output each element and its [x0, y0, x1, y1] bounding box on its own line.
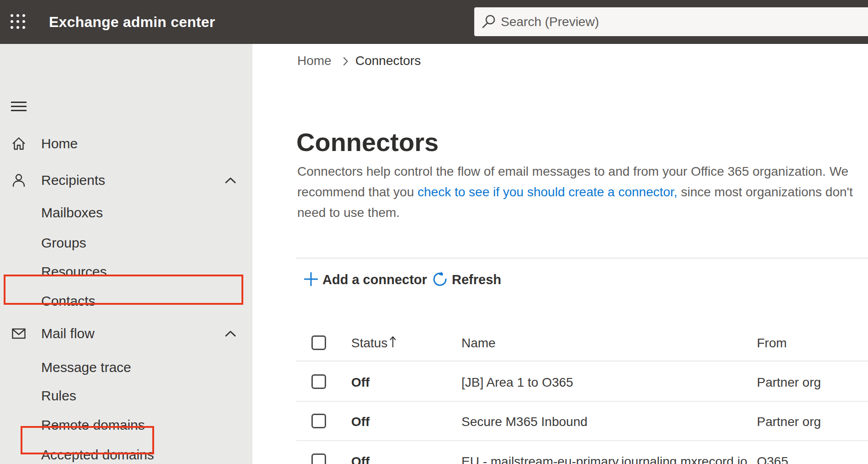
home-icon: [11, 136, 27, 151]
sidebar-item-label: Recipients: [41, 166, 105, 195]
sidebar-item-label: Rules: [41, 381, 76, 410]
table-header-row: Status Name From: [296, 325, 868, 361]
sidebar-item-accepted-domains[interactable]: Accepted domains: [0, 440, 252, 464]
sidebar-item-mailboxes[interactable]: Mailboxes: [0, 198, 252, 227]
refresh-icon: [432, 271, 448, 288]
hamburger-menu-icon[interactable]: [11, 102, 27, 112]
row-checkbox[interactable]: [311, 374, 326, 389]
cell-from: O365: [757, 454, 788, 464]
page-description: Connectors help control the flow of emai…: [297, 161, 864, 223]
description-text: since most organizations don't: [677, 185, 853, 199]
breadcrumb-chevron-icon: [342, 56, 349, 68]
description-text: recommend that you: [297, 185, 418, 199]
add-connector-button[interactable]: Add a connector: [303, 271, 420, 288]
search-input[interactable]: [500, 7, 857, 36]
sidebar-item-label: Mailboxes: [41, 198, 103, 227]
select-all-checkbox[interactable]: [311, 335, 326, 350]
column-header-from[interactable]: From: [757, 336, 787, 351]
sidebar-item-remote-domains[interactable]: Remote domains: [0, 410, 252, 440]
sort-ascending-icon[interactable]: [389, 335, 397, 351]
sidebar-item-recipients[interactable]: Recipients: [0, 166, 252, 195]
breadcrumb-current: Connectors: [355, 54, 421, 68]
waffle-grid-icon: [9, 13, 27, 30]
search-box[interactable]: [474, 7, 868, 36]
table-row[interactable]: Off [JB] Area 1 to O365 Partner org: [296, 362, 868, 402]
page-title: Connectors: [296, 127, 439, 157]
sidebar-item-home[interactable]: Home: [0, 129, 252, 158]
sidebar-item-message-trace[interactable]: Message trace: [0, 353, 252, 382]
main-content: Home Connectors Connectors Connectors he…: [252, 44, 868, 464]
plus-icon: [303, 271, 319, 288]
sidebar-item-label: Home: [41, 129, 78, 158]
sidebar-item-mail-flow[interactable]: Mail flow: [0, 319, 252, 348]
sidebar: Home Recipients Mailboxes Groups Resourc…: [0, 44, 252, 464]
create-connector-check-link[interactable]: check to see if you should create a conn…: [418, 185, 677, 199]
exchange-admin-center-window: Exchange admin center Home Recipients: [0, 0, 868, 464]
table-row[interactable]: Off EU - mailstream-eu-primary.journalin…: [296, 442, 868, 464]
person-icon: [11, 173, 27, 188]
add-connector-label: Add a connector: [322, 272, 427, 287]
cell-name[interactable]: [JB] Area 1 to O365: [461, 375, 573, 390]
app-launcher-icon[interactable]: [9, 13, 27, 30]
column-header-status[interactable]: Status: [351, 336, 387, 351]
breadcrumb-home-link[interactable]: Home: [297, 54, 332, 68]
description-line: need to use them.: [297, 202, 864, 223]
cell-status: Off: [351, 375, 370, 390]
chevron-up-icon[interactable]: [225, 177, 236, 183]
toolbar-divider: [296, 258, 868, 259]
cell-status: Off: [351, 454, 370, 464]
table-row[interactable]: Off Secure M365 Inbound Partner org: [296, 402, 868, 441]
sidebar-item-resources[interactable]: Resources: [0, 257, 252, 286]
search-icon: [481, 14, 497, 30]
refresh-button[interactable]: Refresh: [432, 271, 496, 288]
refresh-label: Refresh: [452, 272, 501, 287]
description-line: Connectors help control the flow of emai…: [297, 161, 864, 182]
sidebar-item-label: Groups: [41, 228, 86, 258]
cell-name[interactable]: EU - mailstream-eu-primary.journaling.mx…: [461, 454, 747, 464]
sidebar-item-label: Remote domains: [41, 410, 145, 440]
app-title: Exchange admin center: [49, 0, 215, 44]
sidebar-item-contacts[interactable]: Contacts: [0, 286, 252, 316]
column-header-name[interactable]: Name: [461, 336, 496, 351]
sidebar-item-label: Contacts: [41, 286, 95, 316]
sidebar-item-rules[interactable]: Rules: [0, 381, 252, 410]
chevron-up-icon[interactable]: [225, 330, 236, 337]
sidebar-item-label: Mail flow: [41, 319, 95, 348]
cell-status: Off: [351, 415, 370, 429]
cell-from: Partner org: [757, 415, 821, 429]
mail-icon: [11, 326, 27, 342]
row-checkbox[interactable]: [311, 414, 326, 428]
sidebar-item-groups[interactable]: Groups: [0, 228, 252, 258]
sidebar-item-label: Resources: [41, 257, 107, 286]
sidebar-item-label: Accepted domains: [41, 440, 154, 464]
cell-from: Partner org: [757, 375, 821, 390]
description-line: recommend that you check to see if you s…: [297, 182, 864, 202]
cell-name[interactable]: Secure M365 Inbound: [461, 415, 588, 429]
topbar: Exchange admin center: [0, 0, 868, 44]
sidebar-item-label: Message trace: [41, 353, 131, 382]
row-checkbox[interactable]: [311, 453, 326, 464]
